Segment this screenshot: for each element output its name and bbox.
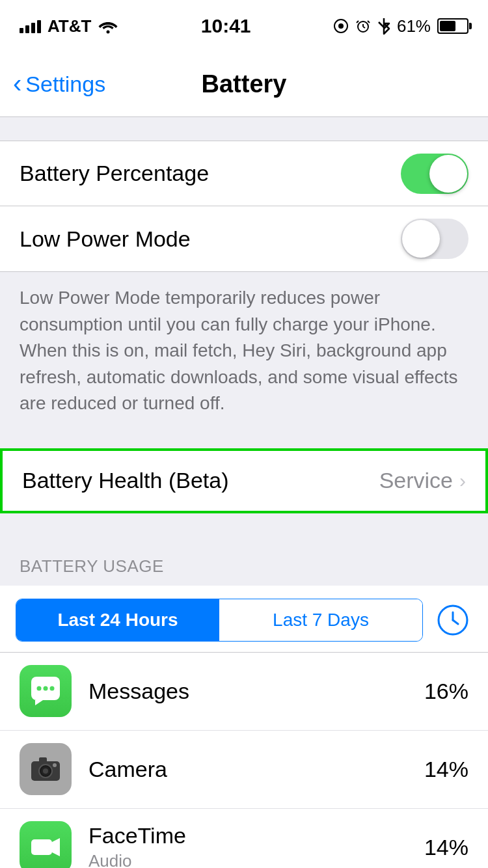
nav-bar: ‹ Settings Battery <box>0 52 488 117</box>
segment-7days[interactable]: Last 7 Days <box>219 599 422 641</box>
list-item[interactable]: FaceTime Audio 14% <box>0 809 488 868</box>
battery-health-row[interactable]: Battery Health (Beta) Service › <box>0 448 488 513</box>
app-percent-facetime: 14% <box>424 835 468 860</box>
messages-icon <box>29 674 62 708</box>
content: Battery Percentage Low Power Mode Low Po… <box>0 117 488 868</box>
bluetooth-icon <box>377 17 390 35</box>
status-time: 10:41 <box>201 15 251 37</box>
app-percent-messages: 16% <box>424 679 468 704</box>
segment-control[interactable]: Last 24 Hours Last 7 Days <box>16 599 423 642</box>
battery-percent-label: 61% <box>397 16 431 36</box>
svg-rect-20 <box>39 757 47 763</box>
segment-24h[interactable]: Last 24 Hours <box>16 599 219 641</box>
camera-icon <box>29 752 62 786</box>
app-icon-facetime <box>20 821 72 868</box>
clock-button[interactable] <box>433 601 472 640</box>
page-title: Battery <box>202 70 287 98</box>
facetime-icon <box>29 830 62 864</box>
toggle-knob-2 <box>402 220 440 258</box>
settings-group-toggles: Battery Percentage Low Power Mode <box>0 141 488 272</box>
app-name-messages: Messages <box>88 679 424 704</box>
battery-health-label: Battery Health (Beta) <box>22 468 228 493</box>
svg-point-21 <box>53 763 57 767</box>
list-item[interactable]: Camera 14% <box>0 731 488 809</box>
svg-point-13 <box>37 686 42 691</box>
battery-health-right: Service › <box>379 468 466 493</box>
svg-point-2 <box>338 23 344 29</box>
app-sub-facetime: Audio <box>88 851 424 868</box>
app-info-camera: Camera <box>88 757 424 782</box>
svg-marker-12 <box>35 700 43 705</box>
status-left: AT&T <box>20 16 118 36</box>
clock-icon <box>436 603 470 637</box>
wifi-icon <box>98 18 118 34</box>
app-list: Messages 16% Camera 14% <box>0 653 488 868</box>
app-info-messages: Messages <box>88 679 424 704</box>
svg-line-10 <box>453 620 458 624</box>
battery-health-value: Service <box>379 468 453 493</box>
status-bar: AT&T 10:41 61% <box>0 0 488 52</box>
svg-line-7 <box>368 21 370 23</box>
spacer-usage <box>0 513 488 537</box>
carrier-label: AT&T <box>47 16 91 36</box>
app-icon-camera <box>20 743 72 795</box>
spacer-mid <box>0 437 488 448</box>
back-label: Settings <box>25 72 105 97</box>
low-power-mode-toggle[interactable] <box>401 219 468 259</box>
alarm-icon <box>355 18 371 34</box>
battery-percentage-row: Battery Percentage <box>0 141 488 206</box>
app-name-camera: Camera <box>88 757 424 782</box>
low-power-mode-label: Low Power Mode <box>20 226 191 252</box>
svg-point-0 <box>107 31 110 34</box>
back-chevron-icon: ‹ <box>13 70 21 96</box>
svg-marker-23 <box>52 838 60 856</box>
battery-usage-header: BATTERY USAGE <box>0 537 488 586</box>
svg-point-19 <box>43 768 48 774</box>
back-button[interactable]: ‹ Settings <box>13 72 105 97</box>
battery-percentage-label: Battery Percentage <box>20 161 209 186</box>
svg-line-6 <box>357 21 359 23</box>
svg-point-15 <box>50 686 55 691</box>
svg-rect-22 <box>31 839 52 855</box>
list-item[interactable]: Messages 16% <box>0 653 488 731</box>
signal-bars-icon <box>20 19 41 33</box>
segment-control-wrapper: Last 24 Hours Last 7 Days <box>0 586 488 653</box>
chevron-right-icon: › <box>459 470 466 492</box>
app-name-facetime: FaceTime <box>88 823 424 848</box>
spacer-top <box>0 117 488 141</box>
app-info-facetime: FaceTime Audio <box>88 823 424 868</box>
low-power-description: Low Power Mode temporarily reduces power… <box>0 272 488 437</box>
svg-line-5 <box>363 27 365 28</box>
svg-point-14 <box>44 686 48 691</box>
battery-percentage-toggle[interactable] <box>401 154 468 194</box>
toggle-knob <box>429 155 467 193</box>
low-power-mode-row: Low Power Mode <box>0 206 488 271</box>
battery-status-icon <box>437 18 468 34</box>
status-right: 61% <box>333 16 468 36</box>
app-percent-camera: 14% <box>424 757 468 782</box>
location-icon <box>333 18 349 34</box>
app-icon-messages <box>20 665 72 717</box>
